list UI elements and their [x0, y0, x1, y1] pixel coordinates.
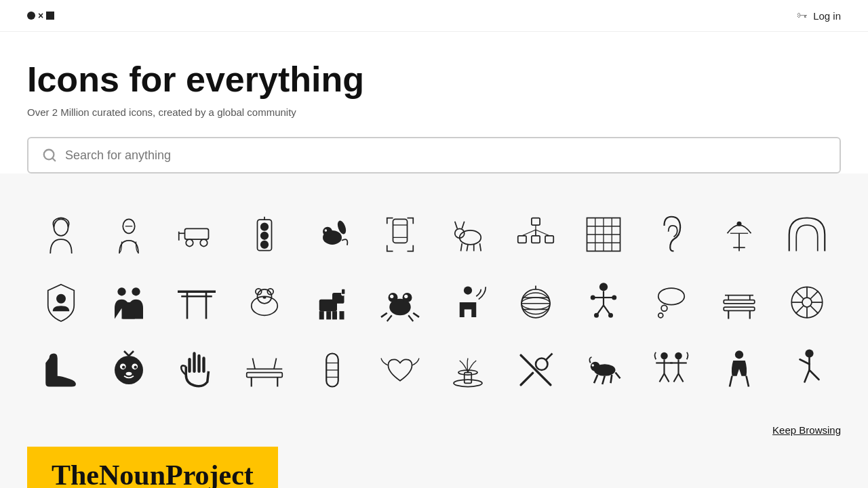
icon-grid	[27, 194, 841, 411]
list-item[interactable]	[95, 268, 163, 336]
list-item[interactable]	[163, 268, 231, 336]
svg-point-51	[117, 287, 125, 296]
list-item[interactable]	[298, 336, 366, 404]
list-item[interactable]	[163, 201, 231, 268]
svg-point-2	[54, 219, 68, 236]
list-item[interactable]	[231, 268, 298, 336]
svg-point-11	[261, 223, 269, 230]
svg-point-7	[200, 239, 208, 247]
list-item[interactable]	[298, 268, 366, 336]
list-item[interactable]	[27, 201, 95, 268]
svg-rect-66	[326, 311, 331, 319]
svg-point-138	[591, 362, 600, 371]
svg-rect-19	[393, 219, 408, 243]
svg-line-109	[795, 291, 803, 298]
svg-point-84	[599, 283, 608, 291]
list-item[interactable]	[502, 268, 570, 336]
search-input[interactable]	[65, 148, 826, 163]
svg-point-154	[735, 350, 743, 359]
bottom-brand-area: TheNounProject	[27, 443, 841, 488]
list-item[interactable]	[231, 336, 298, 404]
svg-point-58	[252, 296, 278, 315]
list-item[interactable]	[570, 336, 637, 404]
svg-point-94	[661, 305, 667, 311]
list-item[interactable]	[637, 336, 705, 404]
key-icon: 🗝	[797, 9, 808, 22]
hero-subtitle: Over 2 Million curated icons, created by…	[27, 106, 841, 118]
list-item[interactable]	[502, 201, 570, 268]
svg-line-142	[616, 373, 620, 379]
list-item[interactable]	[27, 336, 95, 404]
logo-x: ×	[38, 10, 43, 21]
list-item[interactable]	[773, 201, 841, 268]
list-item[interactable]	[705, 336, 773, 404]
svg-line-152	[674, 373, 679, 382]
svg-rect-132	[465, 373, 472, 384]
brand-overlay: TheNounProject	[27, 447, 278, 488]
svg-rect-70	[342, 289, 344, 294]
svg-point-93	[658, 288, 685, 305]
svg-line-135	[521, 373, 533, 385]
list-item[interactable]	[27, 268, 95, 336]
svg-rect-53	[123, 314, 135, 319]
svg-point-75	[404, 295, 408, 298]
list-item[interactable]	[95, 336, 163, 404]
list-item[interactable]	[298, 201, 366, 268]
login-button[interactable]: Log in	[813, 10, 841, 22]
list-item[interactable]	[570, 268, 637, 336]
main-content: Keep Browsing TheNounProject	[0, 194, 868, 488]
list-item[interactable]	[163, 336, 231, 404]
svg-point-89	[591, 296, 595, 300]
svg-line-29	[480, 243, 481, 251]
search-icon	[42, 148, 57, 163]
svg-line-155	[730, 376, 732, 387]
svg-rect-33	[545, 236, 553, 243]
page-title: Icons for everything	[27, 59, 841, 100]
svg-point-143	[592, 364, 595, 367]
svg-line-112	[795, 306, 803, 313]
list-item[interactable]	[434, 268, 502, 336]
keep-browsing-area: Keep Browsing	[27, 411, 841, 443]
svg-point-74	[390, 295, 393, 298]
svg-point-52	[132, 287, 140, 296]
svg-rect-67	[332, 311, 337, 319]
svg-line-148	[665, 373, 669, 382]
svg-point-50	[56, 294, 66, 304]
list-item[interactable]	[231, 201, 298, 268]
svg-line-110	[810, 306, 818, 313]
header-actions: 🗝 Log in	[797, 9, 841, 22]
svg-point-90	[612, 296, 616, 300]
list-item[interactable]	[434, 201, 502, 268]
search-bar[interactable]	[27, 137, 841, 174]
list-item[interactable]	[773, 336, 841, 404]
svg-line-126	[274, 359, 277, 369]
svg-point-149	[675, 352, 682, 360]
list-item[interactable]	[637, 268, 705, 336]
list-item[interactable]	[705, 268, 773, 336]
svg-line-119	[124, 351, 129, 356]
list-item[interactable]	[366, 201, 434, 268]
list-item[interactable]	[366, 336, 434, 404]
svg-line-156	[747, 376, 749, 387]
list-item[interactable]	[570, 201, 637, 268]
svg-rect-32	[532, 236, 540, 243]
svg-point-18	[325, 229, 328, 232]
hero-section: Icons for everything Over 2 Million cura…	[0, 32, 868, 174]
keep-browsing-button[interactable]: Keep Browsing	[772, 424, 841, 436]
svg-line-27	[467, 245, 468, 251]
list-item[interactable]	[366, 268, 434, 336]
list-item[interactable]	[705, 201, 773, 268]
list-item[interactable]	[95, 201, 163, 268]
svg-point-76	[464, 286, 472, 294]
svg-point-12	[261, 232, 269, 240]
svg-line-1	[52, 158, 55, 161]
svg-line-147	[660, 373, 665, 382]
list-item[interactable]	[773, 268, 841, 336]
list-item[interactable]	[434, 336, 502, 404]
logo[interactable]: ×	[27, 10, 54, 21]
list-item[interactable]	[502, 336, 570, 404]
list-item[interactable]	[637, 201, 705, 268]
svg-line-36	[536, 230, 549, 236]
svg-point-157	[805, 349, 813, 357]
svg-line-153	[679, 373, 684, 382]
